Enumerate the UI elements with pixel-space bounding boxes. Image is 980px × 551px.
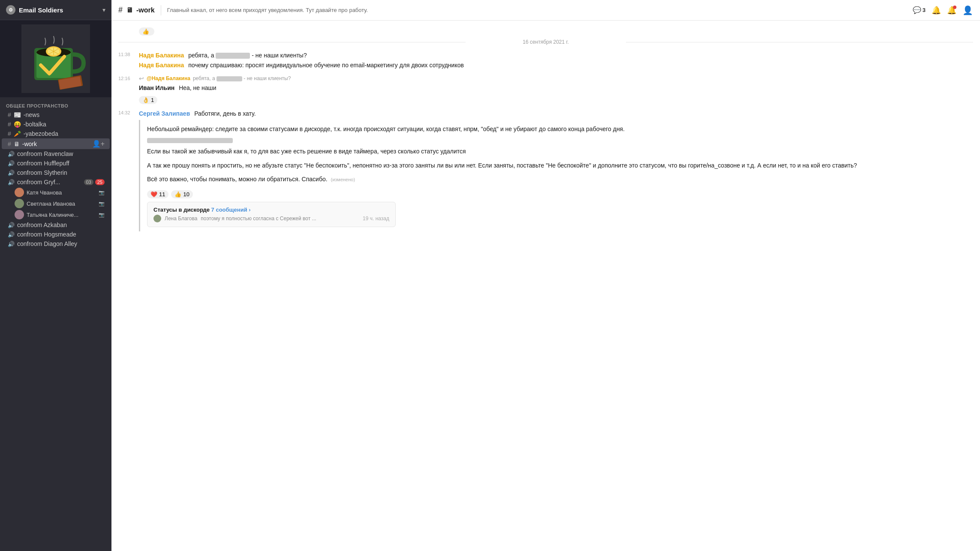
message-timestamp: 14:32 [118,109,135,233]
message-timestamp: 11:38 [118,51,135,70]
voice-hufflepuff[interactable]: 🔊 confroom Hufflepuff [2,159,110,168]
threads-button[interactable]: 💬 3 [913,6,926,14]
topbar-actions: 💬 3 🔔 🔔 👤 [913,5,973,15]
thread-preview-author: Лена Благова [165,216,197,222]
hash-icon: # [8,121,11,128]
long-message-p2: Если вы такой же забывчивый как я, то дл… [147,147,966,156]
mention-dot [953,6,956,9]
voice-ravenclaw[interactable]: 🔊 confroom Ravenclaw [2,149,110,159]
bell-icon: 🔔 [932,6,941,15]
thread-avatar [153,215,161,222]
voice-hogsmeade[interactable]: 🔊 confroom Hogsmeade [2,230,110,239]
hash-icon: # [118,6,123,15]
workspace-title[interactable]: ⚙ Email Soldiers [6,5,63,15]
message-author: Иван Ильин [139,84,174,91]
long-message-block: Небольшой ремайндер: следите за своими с… [139,120,973,231]
long-message-p1: Небольшой ремайндер: следите за своими с… [147,124,966,134]
speaker-icon: 🔊 [8,179,15,186]
speaker-icon: 🔊 [8,160,15,167]
reply-text: ребята, а - не наши клиенты? [193,75,291,81]
hash-icon: # [8,111,11,118]
message-body: ↩ @Надя Балакина ребята, а - не наши кли… [139,75,973,104]
workspace-name: Email Soldiers [19,6,63,14]
channel-boltalka[interactable]: # 😝 -boltalka [2,120,110,129]
reaction-heart[interactable]: ❤️ 11 [147,190,168,198]
channel-work[interactable]: # 🖥 -work 👤+ [2,138,110,149]
chevron-down-icon[interactable]: ▾ [102,6,105,13]
profile-icon: 👤 [962,5,973,15]
message-group-14-32: 14:32 Сергей Залипаев Работяги, день в х… [111,107,980,236]
voice-diagon[interactable]: 🔊 confroom Diagon Alley [2,239,110,249]
hash-icon: # [8,130,11,137]
speaker-icon: 🔊 [8,151,15,157]
voice-badges: 03 25 [84,179,105,185]
channel-yabezobeda[interactable]: # 🥕 -yabezobeda [2,129,110,138]
message-continuation: Надя Балакина почему спрашиваю: просят и… [139,61,973,70]
badge-count: 25 [95,179,105,185]
message-text-cont: почему спрашиваю: просят индивидуальное … [188,62,464,69]
blurred-bar [147,138,233,143]
message-group-11-38: 11:38 Надя Балакина ребята, а - не наши … [111,48,980,72]
reactions-row: ❤️ 11 👍 10 [147,189,966,198]
reaction-ok[interactable]: 👌 1 [139,96,157,104]
subuser-katya[interactable]: Катя Чванова 📷 [2,187,110,198]
message-author: Сергей Залипаев [139,110,190,117]
thread-link[interactable]: 7 сообщений › [211,207,251,213]
channel-title: # 🖥 -work [118,6,155,15]
avatar [15,210,24,219]
reply-arrow-icon: ↩ [139,75,144,82]
sidebar: ⚙ Email Soldiers ▾ [0,0,111,551]
reply-indicator: ↩ @Надя Балакина ребята, а - не наши кли… [139,75,973,82]
subuser-svetlana[interactable]: Светлана Иванова 📷 [2,198,110,209]
main-area: # 🖥 -work Главный канал, от него всем пр… [111,0,980,551]
message-author-cont: Надя Балакина [139,62,184,69]
edited-label: (изменено) [331,177,355,182]
message-text: ребята, а - не наши клиенты? [188,52,307,59]
message-text: Неа, не наши [179,84,216,91]
thread-time: 19 ч. назад [363,216,389,222]
hash-icon: # [8,141,11,147]
badge-camera: 03 [84,179,93,185]
thread-preview[interactable]: Статусы в дискорде 7 сообщений › Лена Бл… [147,202,396,227]
message-group-12-16: 12:16 ↩ @Надя Балакина ребята, а - не на… [111,72,980,107]
speaker-icon: 🔊 [8,222,15,228]
notifications-button[interactable]: 🔔 [932,6,941,15]
reaction-thumbsup[interactable]: 👍 10 [171,190,192,198]
workspace-icon: ⚙ [6,5,15,15]
topbar: # 🖥 -work Главный канал, от него всем пр… [111,0,980,21]
speaker-icon: 🔊 [8,241,15,247]
messages-area: 👍 16 сентября 2021 г. 11:38 Надя Балакин… [111,21,980,551]
reply-author: @Надя Балакина [147,75,190,81]
voice-azkaban[interactable]: 🔊 confroom Azkaban [2,220,110,230]
long-message-p4: Всё это важно, чтобы понимать, можно ли … [147,174,966,184]
speaker-icon: 🔊 [8,231,15,238]
thread-preview-msg: Лена Благова поэтому я полностью согласн… [153,215,389,222]
add-member-icon[interactable]: 👤+ [92,140,105,148]
voice-gryffindor[interactable]: 🔊 confroom Gryf... 03 25 [2,177,110,187]
divider [161,5,161,15]
long-message-p3: А так же прошу понять и простить, но не … [147,161,966,170]
camera-icon: 📷 [99,190,105,195]
voice-slytherin[interactable]: 🔊 confroom Slytherin [2,168,110,177]
section-label[interactable]: ОБЩЕЕ ПРОСТРАНСТВО [0,97,111,110]
reaction-thumbsup-top[interactable]: 👍 [139,27,154,36]
avatar [15,188,24,197]
message-timestamp: 12:16 [118,75,135,104]
message-body: Надя Балакина ребята, а - не наши клиент… [139,51,973,70]
camera-icon: 📷 [99,201,105,207]
channel-news[interactable]: # 📰 -news [2,110,110,120]
thread-preview-text: поэтому я полностью согласна с Сережей в… [201,216,316,222]
message-author: Надя Балакина [139,52,184,59]
profile-button[interactable]: 👤 [962,5,973,15]
reactions-row: 👌 1 [139,94,973,104]
speaker-icon: 🔊 [8,170,15,176]
date-divider: 16 сентября 2021 г. [111,36,980,48]
subuser-tatyana[interactable]: Татьяна Калиниче... 📷 [2,209,110,220]
threads-icon: 💬 [913,6,921,14]
blurred-content [216,76,242,81]
message-text: Работяги, день в хату. [194,110,256,117]
camera-icon: 📷 [99,212,105,218]
mentions-button[interactable]: 🔔 [947,6,956,15]
sidebar-header: ⚙ Email Soldiers ▾ [0,0,111,20]
avatar [15,199,24,208]
